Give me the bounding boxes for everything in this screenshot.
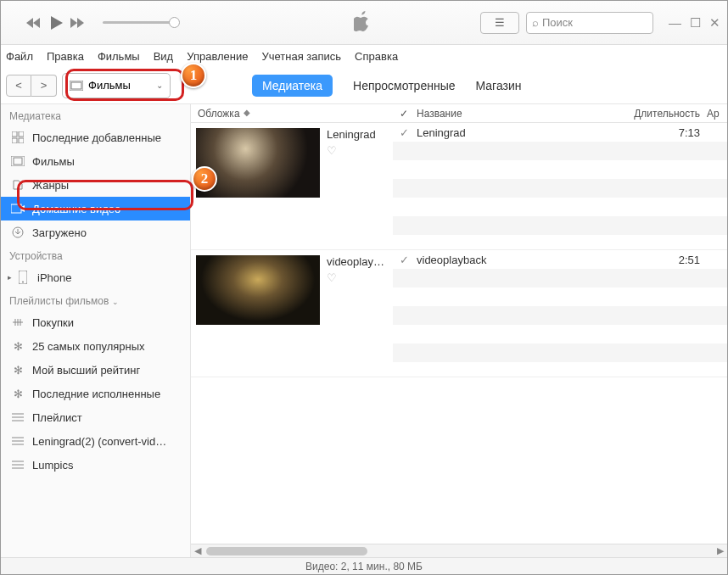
sidebar-item-label: Домашние видео <box>32 203 120 215</box>
col-cover[interactable]: Обложка <box>198 108 240 120</box>
playlist-icon <box>11 434 25 448</box>
search-icon: ⌕ <box>532 16 539 29</box>
sidebar-item-downloaded[interactable]: Загружено <box>1 221 190 244</box>
sidebar-section-devices: Устройства <box>1 244 190 265</box>
sidebar-item-recent-played[interactable]: ✻Последние исполненные <box>1 382 190 405</box>
tab-unwatched[interactable]: Непросмотренные <box>353 79 455 92</box>
callout-badge-1: 1 <box>181 63 206 88</box>
col-artist[interactable]: Ар <box>707 108 727 120</box>
sidebar-item-recent[interactable]: Последние добавленные <box>1 126 190 149</box>
scroll-left-icon[interactable]: ◀ <box>191 545 204 556</box>
menu-movies[interactable]: Фильмы <box>98 50 140 63</box>
sidebar-item-label: Leningrad(2) (convert-vid… <box>32 435 166 448</box>
disclosure-triangle-icon[interactable]: ▸ <box>8 273 12 282</box>
tab-library[interactable]: Медиатека <box>252 75 333 97</box>
sidebar-item-label: Жанры <box>32 179 69 192</box>
heart-icon[interactable]: ♡ <box>327 144 376 157</box>
sidebar-item-label: 25 самых популярных <box>32 340 145 353</box>
play-button[interactable] <box>47 14 65 31</box>
maximize-button[interactable]: ☐ <box>690 16 701 30</box>
track-name: videoplayback <box>415 254 624 266</box>
thumbnail[interactable] <box>196 255 320 325</box>
column-headers: Обложка ◆ ✓ Название Длительность Ар <box>191 104 727 123</box>
thumbnail[interactable] <box>196 128 320 198</box>
gear-icon: ✻ <box>11 363 25 377</box>
phone-icon <box>16 271 30 284</box>
media-row[interactable]: Leningrad ♡ ✓ Leningrad 7:13 <box>191 123 727 250</box>
close-button[interactable]: ✕ <box>709 16 720 30</box>
svg-rect-6 <box>12 138 17 143</box>
sidebar-item-top25[interactable]: ✻25 самых популярных <box>1 334 190 358</box>
next-button[interactable] <box>69 16 87 30</box>
media-row[interactable]: videoplay… ♡ ✓ videoplayback 2:51 <box>191 250 727 377</box>
sidebar-item-label: Плейлист <box>32 411 82 424</box>
svg-rect-5 <box>19 131 24 137</box>
row-check[interactable]: ✓ <box>393 254 415 266</box>
col-name[interactable]: Название <box>415 108 624 120</box>
sidebar-item-top-rated[interactable]: ✻Мой высший рейтинг <box>1 358 190 382</box>
nav-back-button[interactable]: < <box>6 75 31 97</box>
sidebar-item-label: Загружено <box>32 226 87 239</box>
sidebar-item-purchases[interactable]: Покупки <box>1 310 190 334</box>
sidebar-item-label: iPhone <box>37 271 71 284</box>
row-check[interactable]: ✓ <box>393 126 415 139</box>
genres-icon <box>11 178 25 192</box>
scrollbar-thumb[interactable] <box>206 547 367 555</box>
sidebar-item-label: Последние добавленные <box>32 131 161 144</box>
sidebar-item-genres[interactable]: Жанры <box>1 173 190 197</box>
secondary-bar: < > Фильмы ⌄ Медиатека Непросмотренные М… <box>1 67 727 104</box>
sidebar-item-label: Lumpics <box>32 459 73 472</box>
grid-icon <box>11 131 25 144</box>
sidebar-item-movies[interactable]: Фильмы <box>1 149 190 173</box>
sidebar-item-iphone[interactable]: ▸iPhone <box>1 265 190 289</box>
track-duration: 7:13 <box>624 126 707 139</box>
menu-file[interactable]: Файл <box>6 50 33 63</box>
purchases-icon <box>11 315 25 329</box>
nav-forward-button[interactable]: > <box>31 75 57 97</box>
main-content: Обложка ◆ ✓ Название Длительность Ар Len… <box>191 104 727 557</box>
prev-button[interactable] <box>25 16 43 30</box>
menu-controls[interactable]: Управление <box>187 50 248 63</box>
menu-edit[interactable]: Правка <box>47 50 84 63</box>
svg-rect-10 <box>11 204 21 213</box>
svg-rect-9 <box>14 158 22 165</box>
playlist-icon <box>11 410 25 424</box>
list-icon: ☰ <box>495 16 505 29</box>
sidebar-item-leningrad-pl[interactable]: Leningrad(2) (convert-vid… <box>1 429 190 453</box>
media-title: Leningrad <box>327 128 376 141</box>
titlebar: ☰ ⌕ Поиск — ☐ ✕ <box>1 1 727 45</box>
gear-icon: ✻ <box>11 339 25 353</box>
menu-view[interactable]: Вид <box>154 50 174 63</box>
home-video-icon <box>11 202 25 215</box>
scroll-right-icon[interactable]: ▶ <box>714 545 727 556</box>
minimize-button[interactable]: — <box>669 16 681 30</box>
sidebar-item-label: Мой высший рейтинг <box>32 364 140 377</box>
menu-account[interactable]: Учетная запись <box>262 50 342 63</box>
download-icon <box>11 226 25 239</box>
sidebar: Медиатека Последние добавленные Фильмы Ж… <box>1 104 191 557</box>
sidebar-item-lumpics[interactable]: Lumpics <box>1 453 190 477</box>
film-icon <box>11 154 25 168</box>
col-duration[interactable]: Длительность <box>624 108 707 120</box>
media-title: videoplay… <box>327 255 384 268</box>
col-checked[interactable]: ✓ <box>393 108 415 120</box>
volume-slider[interactable] <box>103 21 175 24</box>
apple-logo-icon <box>354 11 374 35</box>
sidebar-section-playlists[interactable]: Плейлисты фильмов ⌄ <box>1 289 190 310</box>
status-bar: Видео: 2, 11 мин., 80 МБ <box>1 557 727 574</box>
sidebar-item-playlist[interactable]: Плейлист <box>1 405 190 429</box>
horizontal-scrollbar[interactable]: ◀ ▶ <box>191 544 727 557</box>
list-view-button[interactable]: ☰ <box>480 12 519 34</box>
playlist-icon <box>11 458 25 472</box>
svg-rect-1 <box>71 82 81 89</box>
category-dropdown[interactable]: Фильмы ⌄ <box>62 73 171 98</box>
tab-store[interactable]: Магазин <box>475 79 521 92</box>
film-icon <box>70 79 83 92</box>
svg-rect-4 <box>12 131 17 137</box>
heart-icon[interactable]: ♡ <box>327 271 384 284</box>
sidebar-item-label: Покупки <box>32 316 74 329</box>
sidebar-item-home-video[interactable]: Домашние видео <box>1 197 190 221</box>
menu-help[interactable]: Справка <box>355 50 398 63</box>
search-input[interactable]: ⌕ Поиск <box>526 12 653 34</box>
svg-point-13 <box>22 282 24 283</box>
